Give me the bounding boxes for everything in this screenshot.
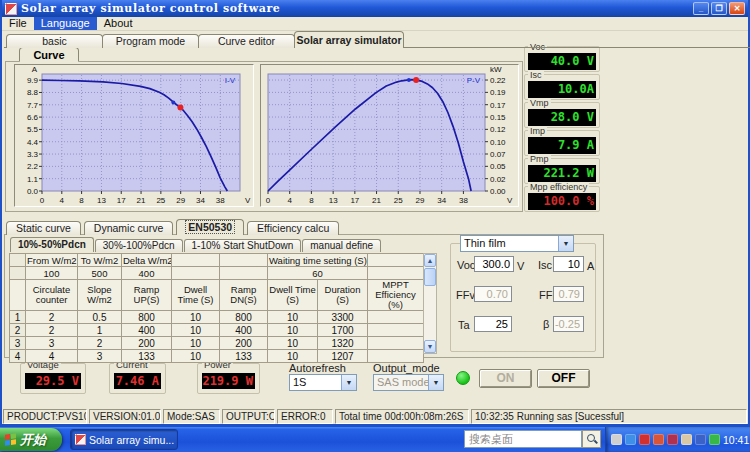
start-button[interactable]: 开始 [0, 428, 62, 451]
tab-curve-editor[interactable]: Curve editor [198, 34, 295, 48]
chart-svg: 048131721252934380.000.020.050.070.100.1… [261, 65, 518, 206]
to-value-cell[interactable]: 500 [78, 267, 122, 280]
table-cell[interactable]: 0.5 [78, 311, 122, 324]
voc-input[interactable]: 300.0 [474, 256, 514, 272]
table-cell[interactable]: 133 [122, 350, 172, 363]
volume-icon[interactable] [681, 434, 692, 445]
tab-basic[interactable]: basic [6, 34, 103, 48]
tab-efficiency-calcu[interactable]: Efficiency calcu [247, 221, 339, 235]
table-scrollbar[interactable]: ▲ ▼ [423, 253, 437, 354]
tab-30-100-pdcn[interactable]: 30%-100%Pdcn [95, 239, 183, 252]
isc-input[interactable]: 10 [553, 256, 584, 272]
table-cell[interactable] [368, 350, 424, 363]
minimize-button[interactable]: _ [693, 2, 709, 15]
waiting-time-value-cell[interactable]: 60 [268, 267, 368, 280]
table-cell[interactable]: 133 [220, 350, 268, 363]
power-value: 219.9 W [202, 373, 255, 389]
table-cell[interactable]: 10 [268, 324, 318, 337]
restore-button[interactable]: ❐ [711, 2, 727, 15]
row-number-cell: 3 [10, 337, 26, 350]
table-cell-blank [220, 254, 268, 267]
ati-icon[interactable] [639, 434, 650, 445]
table-header-cell: Circulate counter [26, 280, 78, 311]
tab-10-50-pdcn[interactable]: 10%-50%Pdcn [10, 237, 94, 252]
table-cell[interactable]: 10 [172, 311, 220, 324]
measurement-panel: Voc 40.0 V Isc 10.0A Vmp 28.0 V Imp 7.9 … [524, 46, 600, 214]
tab-manual-define[interactable]: manual define [302, 239, 381, 252]
table-cell[interactable]: 10 [172, 350, 220, 363]
svg-text:38: 38 [216, 196, 225, 205]
windows-logo-icon [5, 433, 16, 446]
close-button[interactable]: ✕ [729, 2, 745, 15]
table-cell[interactable]: 1320 [318, 337, 368, 350]
imp-label: Imp [528, 126, 547, 136]
table-cell[interactable]: 1207 [318, 350, 368, 363]
table-cell[interactable]: 2 [26, 324, 78, 337]
table-cell[interactable]: 3 [78, 350, 122, 363]
tab-program-mode[interactable]: Program mode [102, 34, 199, 48]
taskbar-task-button[interactable]: Solar array simu... [70, 429, 178, 450]
keyboard-layout-icon[interactable] [611, 434, 622, 445]
menu-about[interactable]: About [97, 17, 140, 30]
table-cell[interactable]: 2 [26, 311, 78, 324]
delta-value-cell[interactable]: 400 [122, 267, 172, 280]
row-number-cell: 1 [10, 311, 26, 324]
tab-en50530[interactable]: EN50530 [176, 219, 244, 235]
search-button[interactable] [582, 430, 601, 448]
isc-display-box: Isc 10.0A [524, 74, 600, 100]
tab-start-shutdown[interactable]: 1-10% Start ShutDown [184, 239, 302, 252]
messenger-icon[interactable] [625, 434, 636, 445]
beta-input: -0.25 [553, 316, 584, 332]
table-cell[interactable]: 3 [26, 337, 78, 350]
desktop-search-input[interactable]: 搜索桌面 [464, 430, 582, 448]
pv-type-select[interactable]: Thin film ▼ [460, 235, 574, 252]
table-cell[interactable]: 1700 [318, 324, 368, 337]
scroll-thumb[interactable] [424, 268, 436, 286]
table-cell[interactable] [368, 337, 424, 350]
tab-curve[interactable]: Curve [19, 47, 79, 62]
table-cell[interactable] [368, 324, 424, 337]
svg-text:6.6: 6.6 [27, 113, 39, 122]
tab-static-curve[interactable]: Static curve [6, 221, 81, 235]
current-readout-box: Current 7.46 A [109, 363, 166, 394]
table-cell[interactable]: 800 [220, 311, 268, 324]
table-cell[interactable]: 400 [122, 324, 172, 337]
menu-bar: File Language About [2, 17, 748, 31]
autorefresh-select[interactable]: 1S ▼ [289, 374, 357, 391]
table-cell[interactable]: 2 [78, 337, 122, 350]
table-cell[interactable]: 10 [172, 324, 220, 337]
tab-dynamic-curve[interactable]: Dynamic curve [84, 221, 173, 235]
menu-language[interactable]: Language [34, 17, 97, 30]
table-cell[interactable]: 10 [172, 337, 220, 350]
pmp-value: 221.2 W [528, 165, 596, 182]
chevron-down-icon[interactable]: ▼ [341, 375, 356, 390]
table-cell[interactable]: 400 [220, 324, 268, 337]
table-cell[interactable]: 10 [268, 350, 318, 363]
system-tray: 10:41 [605, 427, 750, 452]
menu-file[interactable]: File [2, 17, 34, 30]
isc-input-label: Isc [538, 259, 552, 271]
red-app-icon[interactable] [667, 434, 678, 445]
scroll-down-icon[interactable]: ▼ [424, 340, 436, 353]
chevron-down-icon[interactable]: ▼ [558, 236, 573, 251]
off-button[interactable]: OFF [537, 369, 590, 388]
table-cell[interactable]: 1 [78, 324, 122, 337]
table-header-cell: Ramp UP(S) [122, 280, 172, 311]
ta-input[interactable]: 25 [474, 316, 512, 332]
table-cell[interactable]: 3300 [318, 311, 368, 324]
table-cell[interactable]: 10 [268, 311, 318, 324]
mpp-efficiency-display-box: Mpp efficiency 100.0 % [524, 186, 600, 212]
table-cell[interactable]: 200 [122, 337, 172, 350]
from-value-cell[interactable]: 100 [26, 267, 78, 280]
table-cell[interactable]: 800 [122, 311, 172, 324]
table-cell[interactable]: 10 [268, 337, 318, 350]
security-shield-icon[interactable] [695, 434, 706, 445]
antivirus-shield-icon[interactable] [709, 434, 720, 445]
shield-alert-icon[interactable] [653, 434, 664, 445]
table-cell[interactable] [368, 311, 424, 324]
tab-solar-array-simulator[interactable]: Solar array simulator [294, 31, 404, 48]
table-cell[interactable]: 200 [220, 337, 268, 350]
col-header-delta: Delta W/m2 [122, 254, 172, 267]
scroll-up-icon[interactable]: ▲ [424, 254, 436, 267]
table-cell[interactable]: 4 [26, 350, 78, 363]
